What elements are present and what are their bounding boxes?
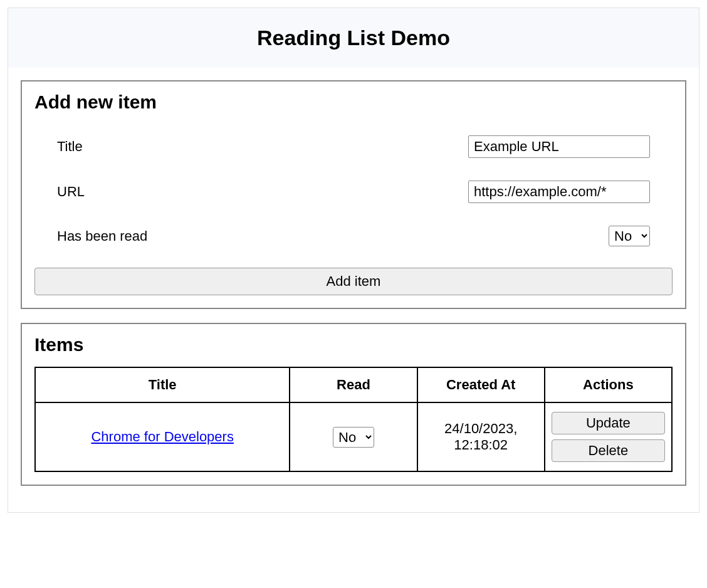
- form-row-read: Has been read NoYes: [34, 214, 673, 258]
- add-item-panel: Add new item Title URL Has been read NoY…: [21, 80, 686, 309]
- delete-button[interactable]: Delete: [552, 439, 665, 462]
- row-actions: Update Delete: [552, 412, 665, 462]
- table-header-row: Title Read Created At Actions: [35, 367, 672, 402]
- row-read-select[interactable]: NoYes: [333, 427, 374, 448]
- table-row: Chrome for Developers NoYes 24/10/2023, …: [35, 402, 672, 471]
- item-title-link[interactable]: Chrome for Developers: [91, 429, 233, 444]
- title-input[interactable]: [468, 135, 650, 158]
- app-container: Reading List Demo Add new item Title URL…: [8, 8, 699, 513]
- app-header: Reading List Demo: [8, 8, 699, 68]
- items-panel: Items Title Read Created At Actions Chro…: [21, 323, 686, 486]
- url-input[interactable]: [468, 181, 650, 203]
- app-content: Add new item Title URL Has been read NoY…: [8, 68, 699, 512]
- items-heading: Items: [34, 334, 673, 355]
- items-table: Title Read Created At Actions Chrome for…: [34, 367, 673, 472]
- add-item-heading: Add new item: [34, 92, 673, 113]
- update-button[interactable]: Update: [552, 412, 665, 434]
- cell-created: 24/10/2023, 12:18:02: [417, 402, 545, 471]
- col-actions: Actions: [545, 367, 672, 402]
- form-row-title: Title: [34, 124, 673, 169]
- title-label: Title: [57, 139, 83, 155]
- read-label: Has been read: [57, 228, 147, 244]
- add-item-button[interactable]: Add item: [34, 268, 673, 295]
- cell-title: Chrome for Developers: [35, 402, 290, 471]
- form-row-url: URL: [34, 169, 673, 214]
- col-read: Read: [290, 367, 417, 402]
- url-label: URL: [57, 184, 85, 200]
- cell-actions: Update Delete: [545, 402, 672, 471]
- cell-read: NoYes: [290, 402, 417, 471]
- read-select[interactable]: NoYes: [609, 226, 650, 246]
- col-created: Created At: [417, 367, 545, 402]
- col-title: Title: [35, 367, 290, 402]
- page-title: Reading List Demo: [21, 26, 686, 50]
